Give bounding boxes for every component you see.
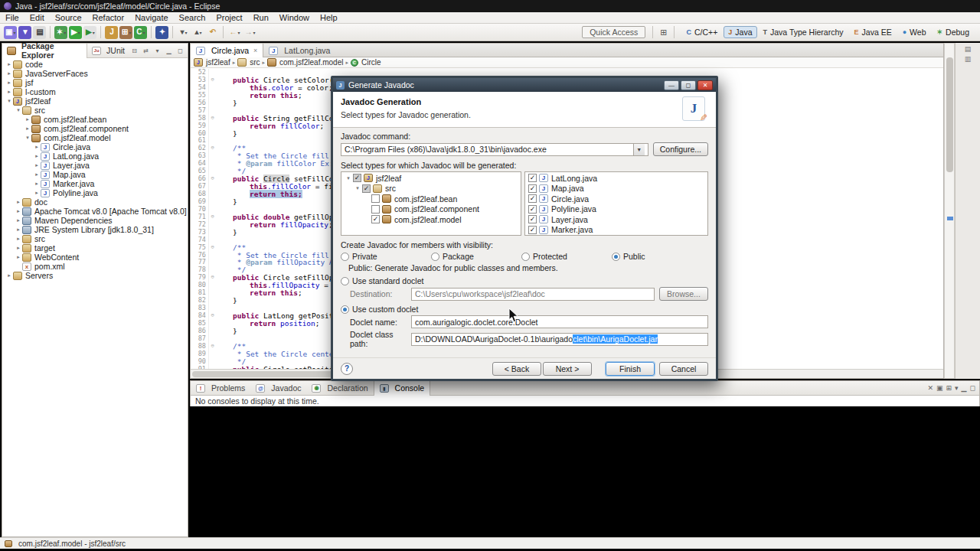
expand-expander-icon[interactable]: ▸ (5, 89, 13, 95)
new-package-icon[interactable]: ⊞▾ (119, 26, 132, 39)
breadcrumb-item-com-jsf2leaf-model[interactable]: com.jsf2leaf.model (267, 58, 343, 67)
package-explorer-tree[interactable]: ▸code▸JavaServerFaces▸jsf▸l-custom▾jsf2l… (2, 58, 188, 280)
menu-window[interactable]: Window (274, 12, 315, 24)
expand-expander-icon[interactable]: ▸ (33, 181, 41, 187)
editor-tab-latlong-java[interactable]: LatLong.java (263, 44, 335, 57)
file-item-latlong-java[interactable]: ✓LatLong.java (525, 173, 707, 184)
open-perspective-icon[interactable]: ⊞ (660, 28, 667, 37)
run-icon[interactable]: ▶▾ (69, 26, 82, 39)
collapse-expander-icon[interactable]: ▾ (5, 98, 13, 104)
radio-unselected[interactable] (521, 253, 530, 261)
editor-vertical-scrollbar[interactable] (944, 43, 955, 379)
expand-expander-icon[interactable]: ▸ (5, 272, 13, 279)
maximize-icon[interactable]: ◻ (175, 47, 185, 54)
new-java-project-icon[interactable]: J (105, 26, 118, 39)
configure-button[interactable]: Configure... (653, 142, 708, 156)
collapse-expander-icon[interactable]: ▾ (24, 135, 31, 141)
checkbox-unchecked[interactable] (371, 205, 380, 214)
forward-icon[interactable]: →▾ (243, 26, 256, 39)
menu-file[interactable]: File (0, 12, 24, 24)
next-button[interactable]: Next > (543, 362, 592, 376)
view-menu-icon[interactable]: ▾ (955, 384, 959, 392)
tree-item-javaserverfaces[interactable]: ▸JavaServerFaces (2, 69, 188, 78)
expand-expander-icon[interactable]: ▸ (15, 208, 22, 214)
standard-doclet-radio[interactable]: Use standard doclet (341, 276, 708, 285)
visibility-radio-public[interactable]: Public (612, 252, 702, 261)
tree-item-src[interactable]: ▾✓src (341, 184, 521, 194)
checkbox-checked[interactable]: ✓ (371, 215, 380, 223)
expand-expander-icon[interactable]: ▸ (15, 199, 22, 205)
destination-field[interactable]: C:\Users\cpu\workspace\jsf2leaf\doc (411, 288, 655, 301)
breadcrumb-item-jsf2leaf[interactable]: jsf2leaf (194, 58, 230, 67)
visibility-radio-package[interactable]: Package (431, 252, 521, 261)
checkbox-checked[interactable]: ✓ (353, 174, 361, 182)
expand-expander-icon[interactable]: ▸ (33, 153, 41, 159)
file-item-circle-java[interactable]: ✓Circle.java (525, 194, 707, 204)
finish-button[interactable]: Finish (606, 362, 655, 376)
javadoc-command-combo[interactable]: C:\Program Files (x86)\Java\jdk1.8.0_31\… (341, 143, 648, 156)
previous-annotation-icon[interactable]: ▴▾ (191, 26, 204, 39)
file-item-marker-java[interactable]: ✓Marker.java (525, 225, 707, 236)
menu-source[interactable]: Source (50, 12, 87, 24)
visibility-radio-private[interactable]: Private (341, 252, 431, 261)
dialog-titlebar[interactable]: J Generate Javadoc — ◻ ✕ (333, 78, 716, 92)
console-tab-javadoc[interactable]: Javadoc (250, 381, 306, 396)
minimized-view-1-icon[interactable]: ▤ (965, 45, 972, 53)
fold-handle-icon[interactable]: ⊖ (209, 175, 216, 183)
tree-item-circle-java[interactable]: ▸Circle.java (2, 142, 188, 152)
expand-expander-icon[interactable]: ▸ (24, 116, 31, 122)
expand-expander-icon[interactable]: ▸ (15, 254, 22, 260)
external-tools-icon[interactable]: ▶▾ (83, 26, 96, 39)
visibility-radio-protected[interactable]: Protected (521, 252, 612, 261)
file-item-polyline-java[interactable]: ✓Polyline.java (525, 204, 707, 215)
tree-item-latlong-java[interactable]: ▸LatLong.java (2, 152, 188, 161)
tree-item-maven-dependencies[interactable]: ▸Maven Dependencies (2, 216, 188, 225)
radio-selected[interactable] (612, 253, 620, 261)
checkbox-checked[interactable]: ✓ (528, 174, 537, 182)
menu-navigate[interactable]: Navigate (129, 12, 173, 24)
checkbox-checked[interactable]: ✓ (528, 184, 537, 193)
chevron-down-icon[interactable]: ▼ (633, 144, 645, 155)
tree-item-code[interactable]: ▸code (2, 60, 188, 69)
search-icon[interactable]: ✦ (155, 26, 168, 39)
expand-expander-icon[interactable]: ▸ (15, 236, 22, 242)
perspective-java[interactable]: JJava (724, 26, 756, 38)
collapse-all-icon[interactable]: ⊟ (129, 47, 139, 54)
tree-item-com-jsf2leaf-component[interactable]: ▸com.jsf2leaf.component (2, 124, 188, 133)
checkbox-checked[interactable]: ✓ (528, 226, 537, 234)
quick-access-box[interactable]: Quick Access (582, 26, 645, 38)
tree-item-webcontent[interactable]: ▸WebContent (2, 253, 188, 262)
close-icon[interactable]: × (253, 47, 257, 54)
editor-tab-circle-java[interactable]: Circle.java× (191, 44, 263, 57)
browse-button[interactable]: Browse... (659, 287, 708, 301)
fold-handle-icon[interactable]: ⊖ (209, 214, 216, 221)
checkbox-checked[interactable]: ✓ (528, 215, 537, 223)
expand-expander-icon[interactable]: ▸ (5, 61, 13, 67)
expand-expander-icon[interactable]: ▸ (15, 245, 22, 251)
tree-item-com-jsf2leaf-bean[interactable]: com.jsf2leaf.bean (341, 194, 521, 204)
tree-item-com-jsf2leaf-component[interactable]: com.jsf2leaf.component (341, 204, 521, 215)
menu-refactor[interactable]: Refactor (87, 12, 130, 24)
doclet-name-field[interactable]: com.aurigalogic.doclet.core.Doclet (411, 315, 708, 328)
expand-expander-icon[interactable]: ▸ (24, 126, 31, 132)
file-item-layer-java[interactable]: ✓Layer.java (525, 214, 707, 225)
breadcrumb-item-circle[interactable]: Circle (351, 58, 381, 67)
minimize-icon[interactable]: ▁ (962, 384, 967, 392)
expand-expander-icon[interactable]: ▸ (5, 70, 13, 77)
tree-item-layer-java[interactable]: ▸Layer.java (2, 161, 188, 170)
display-selected-console-icon[interactable]: ▣ (936, 384, 943, 392)
collapse-expander-icon[interactable]: ▾ (15, 107, 22, 113)
maximize-icon[interactable]: ◻ (970, 384, 975, 392)
radio-selected[interactable] (341, 305, 349, 314)
next-annotation-icon[interactable]: ▾▾ (177, 26, 190, 39)
fold-handle-icon[interactable]: ⊖ (209, 274, 216, 282)
view-menu-icon[interactable]: ▾ (152, 47, 162, 54)
tree-item-polyline-java[interactable]: ▸Polyline.java (2, 188, 188, 197)
expand-expander-icon[interactable]: ▸ (33, 171, 41, 178)
types-tree[interactable]: ▾✓jsf2leaf▾✓srccom.jsf2leaf.beancom.jsf2… (341, 171, 521, 236)
tree-item-marker-java[interactable]: ▸Marker.java (2, 179, 188, 188)
fold-handle-icon[interactable]: ⊖ (209, 312, 216, 320)
tree-item-jsf2leaf[interactable]: ▾✓jsf2leaf (341, 173, 521, 184)
expand-expander-icon[interactable]: ▸ (33, 162, 41, 168)
print-icon[interactable]: ▤ (33, 26, 46, 39)
